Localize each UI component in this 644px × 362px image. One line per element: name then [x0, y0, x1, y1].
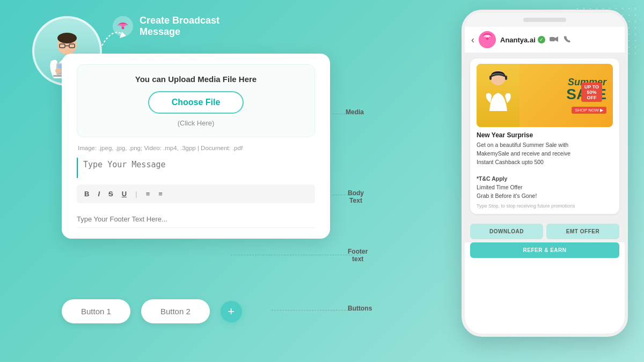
format-toolbar: B I S U | ≡ ≡ [77, 184, 315, 203]
footer-text-input[interactable] [77, 211, 315, 228]
bold-button[interactable]: B [82, 189, 91, 199]
action-buttons-row: Button 1 Button 2 + [62, 299, 242, 323]
download-button[interactable]: DOWNLOAD [470, 224, 543, 239]
footer-text-label: Footer text [348, 248, 368, 263]
emt-offer-button[interactable]: EMT OFFER [546, 224, 619, 239]
underline-button[interactable]: U [120, 189, 129, 199]
upload-title: You can Upload Media File Here [88, 75, 304, 84]
page-title: Create Broadcast Message [140, 15, 219, 38]
svg-point-1 [57, 33, 77, 43]
svg-point-8 [55, 68, 62, 73]
body-text-label: Body Text [348, 189, 364, 204]
phone-header: ‹ Anantya.ai ✓ [465, 27, 625, 53]
sale-badge: UP TO 50% OFF [581, 83, 602, 102]
message-footer-text: Type Stop, to stop receiving future prom… [477, 203, 613, 209]
click-hint: (Click Here) [88, 119, 304, 127]
video-call-icon[interactable] [550, 35, 558, 44]
buttons-label: Buttons [348, 305, 372, 312]
upload-area: You can Upload Media File Here Choose Fi… [77, 64, 315, 137]
shop-now-btn: SHOP NOW ▶ [572, 107, 606, 114]
message-body: Get on a beautiful Summer Sale with Make… [477, 141, 613, 200]
refer-earn-button[interactable]: REFER & EARN [470, 242, 619, 258]
svg-marker-15 [555, 36, 558, 42]
phone-chat-area: Summer SALE UP TO 50% OFF SHOP NOW ▶ New… [465, 53, 625, 224]
svg-rect-14 [550, 37, 555, 41]
contact-name: Anantya.ai [500, 36, 536, 44]
list-unordered-button[interactable]: ≡ [156, 189, 165, 199]
phone-action-buttons-row: DOWNLOAD EMT OFFER [465, 224, 625, 242]
phone-notch [465, 13, 625, 27]
media-label: Media [346, 108, 364, 116]
form-card: You can Upload Media File Here Choose Fi… [62, 54, 330, 239]
arrow-decoration [97, 24, 129, 51]
message-bubble: Summer SALE UP TO 50% OFF SHOP NOW ▶ New… [470, 58, 619, 214]
banner-person [477, 64, 519, 127]
italic-button[interactable]: I [96, 189, 102, 199]
svg-marker-10 [120, 32, 126, 38]
choose-file-button[interactable]: Choose File [148, 91, 244, 114]
phone-mockup: ‹ Anantya.ai ✓ [462, 10, 628, 337]
message-title: New Year Surprise [477, 131, 613, 139]
back-button[interactable]: ‹ [471, 34, 474, 46]
phone-header-actions [550, 35, 571, 45]
body-text-input[interactable] [77, 158, 315, 178]
contact-avatar [479, 31, 496, 48]
list-ordered-button[interactable]: ≡ [144, 189, 152, 199]
file-types-label: Image: .jpeg, .jpg, .png; Video: .mp4, .… [77, 145, 315, 151]
verified-badge: ✓ [538, 36, 545, 43]
add-button[interactable]: + [221, 301, 242, 322]
phone-notch-bar [523, 18, 566, 22]
button-2[interactable]: Button 2 [141, 299, 210, 323]
sale-banner: Summer SALE UP TO 50% OFF SHOP NOW ▶ [477, 64, 613, 127]
strikethrough-button[interactable]: S [106, 189, 115, 199]
divider-fmt: | [133, 189, 140, 199]
button-1[interactable]: Button 1 [62, 299, 130, 323]
svg-point-13 [486, 38, 489, 40]
voice-call-icon[interactable] [564, 35, 571, 45]
footer-connector-line [231, 255, 361, 255]
